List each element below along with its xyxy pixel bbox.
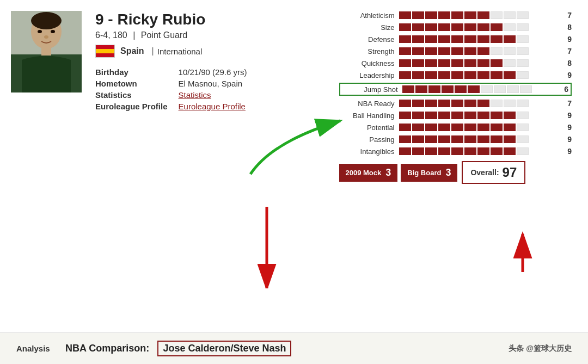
stat-row-size: Size8 <box>339 23 572 32</box>
stat-bar-block <box>504 112 516 119</box>
analysis-text: NBA Comparison: Jose Calderon/Steve Nash <box>65 341 291 356</box>
stat-row-ball-handling: Ball Handling9 <box>339 111 572 120</box>
analysis-prefix: NBA Comparison: <box>65 343 149 354</box>
stat-value: 8 <box>562 59 572 67</box>
statistics-link[interactable]: Statistics <box>179 90 211 100</box>
analysis-label: Analysis <box>16 344 54 353</box>
stat-bar-block <box>412 71 424 79</box>
stat-bars <box>399 35 558 43</box>
stat-bar-block <box>451 11 463 19</box>
stat-label: Intangibles <box>339 147 399 156</box>
stat-bars <box>399 135 558 143</box>
stat-bar-block <box>477 35 489 43</box>
stat-bars <box>399 11 558 19</box>
stat-value: 9 <box>562 71 572 79</box>
stat-bar-block <box>477 124 489 131</box>
stat-bar-block <box>491 147 503 155</box>
stat-bar-block <box>438 135 450 143</box>
stat-bars <box>402 85 555 93</box>
stat-bar-block <box>464 71 476 79</box>
stat-bars <box>399 147 558 155</box>
stat-bars <box>399 112 558 119</box>
stat-bar-block <box>517 71 529 79</box>
stat-bar-block <box>425 35 437 43</box>
overall-value: 97 <box>503 165 517 180</box>
stat-bars <box>399 100 558 107</box>
stat-bar-block <box>504 100 516 107</box>
stat-bar-block <box>425 59 437 67</box>
stat-bar-block <box>504 59 516 67</box>
stat-bar-block <box>477 59 489 67</box>
stat-bar-block <box>517 59 529 67</box>
info-table: Birthday 10/21/90 (29.6 yrs) Hometown El… <box>95 66 247 112</box>
stat-label: NBA Ready <box>339 100 399 108</box>
stat-bar-block <box>425 100 437 107</box>
country-section: Spain | International <box>95 45 328 58</box>
svg-point-7 <box>44 35 48 39</box>
birthday-value: 10/21/90 (29.6 yrs) <box>179 66 247 78</box>
country-name: Spain <box>120 46 144 56</box>
stat-bar-block <box>412 23 424 31</box>
stat-label: Size <box>339 23 399 32</box>
stat-label: Defense <box>339 35 399 44</box>
stat-bar-block <box>451 71 463 79</box>
stat-bar-block <box>412 59 424 67</box>
stat-bar-block <box>451 35 463 43</box>
stat-bar-block <box>517 112 529 119</box>
stat-row-quickness: Quickness8 <box>339 59 572 67</box>
stat-bar-block <box>494 85 506 93</box>
stat-bar-block <box>464 59 476 67</box>
stat-bar-block <box>491 71 503 79</box>
player-photo <box>11 11 82 92</box>
stat-bar-block <box>504 47 516 55</box>
stat-bar-block <box>425 135 437 143</box>
stat-bar-block <box>402 85 414 93</box>
hometown-row: Hometown El Masnou, Spain <box>95 78 247 89</box>
stat-value: 6 <box>559 85 568 94</box>
stat-bar-block <box>477 11 489 19</box>
stat-bar-block <box>425 47 437 55</box>
stat-bar-block <box>412 47 424 55</box>
stat-bars <box>399 124 558 131</box>
player-details: 6-4, 180 | Point Guard <box>95 30 328 40</box>
stat-bar-block <box>491 11 503 19</box>
stat-bar-block <box>517 124 529 131</box>
svg-rect-4 <box>41 45 51 55</box>
player-silhouette <box>11 11 82 92</box>
stat-bar-block <box>477 23 489 31</box>
stat-row-strength: Strength7 <box>339 47 572 55</box>
stat-bar-block <box>438 112 450 119</box>
stat-label: Quickness <box>339 59 399 67</box>
euroleague-link[interactable]: Euroleague Profile <box>179 102 246 111</box>
birthday-row: Birthday 10/21/90 (29.6 yrs) <box>95 66 247 78</box>
comparison-highlight: Jose Calderon/Steve Nash <box>157 341 291 356</box>
stat-bar-block <box>451 47 463 55</box>
stat-bar-block <box>464 135 476 143</box>
overall-badge: Overall:97 <box>462 161 525 184</box>
stat-bar-block <box>491 124 503 131</box>
stat-bar-block <box>464 47 476 55</box>
stat-bar-block <box>438 23 450 31</box>
stat-label: Strength <box>339 47 399 55</box>
stat-bar-block <box>491 59 503 67</box>
stat-row-leadership: Leadership9 <box>339 71 572 79</box>
stat-bar-block <box>517 35 529 43</box>
stat-bar-block <box>504 35 516 43</box>
board-badge: Big Board3 <box>401 164 457 182</box>
analysis-bar: Analysis NBA Comparison: Jose Calderon/S… <box>0 332 588 364</box>
stat-value: 8 <box>562 23 572 32</box>
stat-row-jump-shot: Jump Shot6 <box>339 83 572 96</box>
stat-bar-block <box>425 71 437 79</box>
stat-bar-block <box>464 11 476 19</box>
stat-bar-block <box>464 147 476 155</box>
stat-bar-block <box>438 147 450 155</box>
stat-bar-block <box>504 71 516 79</box>
stat-bar-block <box>412 35 424 43</box>
stat-bar-block <box>399 112 411 119</box>
player-name: 9 - Ricky Rubio <box>95 11 328 28</box>
stat-bar-block <box>412 11 424 19</box>
stat-bar-block <box>438 35 450 43</box>
stat-bars <box>399 59 558 67</box>
stat-bar-block <box>464 112 476 119</box>
statistics-row: Statistics Statistics <box>95 89 247 101</box>
